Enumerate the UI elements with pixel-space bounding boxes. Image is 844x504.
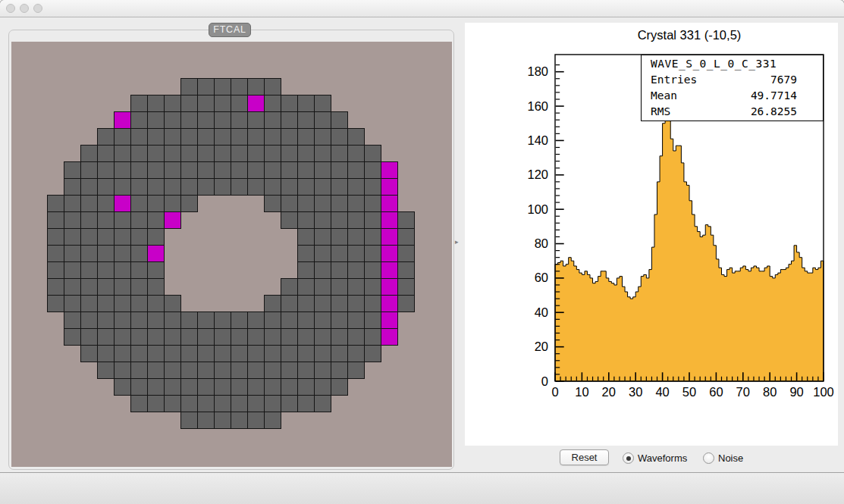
crystal-cell[interactable] bbox=[130, 161, 148, 179]
crystal-cell[interactable] bbox=[347, 362, 365, 379]
crystal-cell[interactable] bbox=[381, 178, 398, 196]
crystal-cell[interactable] bbox=[130, 228, 148, 246]
crystal-cell[interactable] bbox=[114, 195, 131, 212]
crystal-cell[interactable] bbox=[297, 295, 315, 312]
crystal-cell[interactable] bbox=[264, 295, 281, 312]
crystal-cell[interactable] bbox=[147, 228, 165, 246]
crystal-cell[interactable] bbox=[297, 145, 315, 162]
minimize-button[interactable] bbox=[20, 4, 29, 13]
crystal-cell[interactable] bbox=[347, 178, 365, 196]
crystal-cell[interactable] bbox=[297, 378, 315, 396]
crystal-cell[interactable] bbox=[347, 295, 365, 312]
crystal-cell[interactable] bbox=[197, 145, 215, 162]
crystal-cell[interactable] bbox=[197, 362, 215, 379]
crystal-cell[interactable] bbox=[264, 362, 281, 379]
crystal-cell[interactable] bbox=[197, 128, 215, 146]
crystal-cell[interactable] bbox=[130, 328, 148, 346]
crystal-cell[interactable] bbox=[64, 211, 81, 229]
crystal-cell[interactable] bbox=[331, 345, 348, 362]
crystal-cell[interactable] bbox=[331, 111, 348, 129]
crystal-cell[interactable] bbox=[114, 362, 131, 379]
crystal-cell[interactable] bbox=[214, 378, 231, 396]
crystal-cell[interactable] bbox=[197, 161, 215, 179]
crystal-cell[interactable] bbox=[214, 412, 231, 429]
crystal-cell[interactable] bbox=[364, 178, 381, 196]
crystal-cell[interactable] bbox=[397, 261, 415, 279]
crystal-cell[interactable] bbox=[130, 295, 148, 312]
crystal-cell[interactable] bbox=[264, 145, 281, 162]
crystal-cell[interactable] bbox=[314, 328, 331, 346]
crystal-cell[interactable] bbox=[64, 278, 81, 296]
crystal-cell[interactable] bbox=[80, 345, 98, 362]
crystal-cell[interactable] bbox=[231, 145, 248, 162]
crystal-cell[interactable] bbox=[80, 311, 98, 329]
crystal-cell[interactable] bbox=[264, 328, 281, 346]
crystal-cell[interactable] bbox=[247, 78, 265, 95]
crystal-cell[interactable] bbox=[231, 311, 248, 329]
crystal-cell[interactable] bbox=[364, 261, 381, 279]
crystal-cell[interactable] bbox=[381, 211, 398, 229]
crystal-cell[interactable] bbox=[164, 378, 181, 396]
crystal-cell[interactable] bbox=[247, 178, 265, 196]
crystal-cell[interactable] bbox=[381, 245, 398, 262]
crystal-cell[interactable] bbox=[397, 245, 415, 262]
zoom-button[interactable] bbox=[33, 4, 42, 13]
crystal-cell[interactable] bbox=[164, 345, 181, 362]
crystal-cell[interactable] bbox=[247, 128, 265, 146]
crystal-cell[interactable] bbox=[314, 261, 331, 279]
crystal-cell[interactable] bbox=[281, 161, 298, 179]
crystal-cell[interactable] bbox=[47, 245, 64, 262]
crystal-cell[interactable] bbox=[64, 311, 81, 329]
crystal-cell[interactable] bbox=[214, 128, 231, 146]
crystal-cell[interactable] bbox=[130, 211, 148, 229]
crystal-cell[interactable] bbox=[130, 261, 148, 279]
crystal-cell[interactable] bbox=[64, 195, 81, 212]
crystal-cell[interactable] bbox=[114, 145, 131, 162]
crystal-cell[interactable] bbox=[147, 378, 165, 396]
crystal-cell[interactable] bbox=[197, 111, 215, 129]
crystal-cell[interactable] bbox=[264, 378, 281, 396]
crystal-cell[interactable] bbox=[364, 278, 381, 296]
crystal-cell[interactable] bbox=[231, 378, 248, 396]
crystal-cell[interactable] bbox=[214, 78, 231, 95]
crystal-cell[interactable] bbox=[364, 328, 381, 346]
crystal-cell[interactable] bbox=[180, 362, 198, 379]
crystal-cell[interactable] bbox=[114, 211, 131, 229]
crystal-cell[interactable] bbox=[214, 328, 231, 346]
crystal-cell[interactable] bbox=[164, 362, 181, 379]
crystal-cell[interactable] bbox=[147, 195, 165, 212]
crystal-cell[interactable] bbox=[297, 278, 315, 296]
crystal-cell[interactable] bbox=[64, 295, 81, 312]
crystal-cell[interactable] bbox=[130, 111, 148, 129]
crystal-cell[interactable] bbox=[214, 95, 231, 112]
crystal-cell[interactable] bbox=[381, 195, 398, 212]
crystal-cell[interactable] bbox=[314, 111, 331, 129]
crystal-cell[interactable] bbox=[247, 345, 265, 362]
crystal-cell[interactable] bbox=[180, 328, 198, 346]
crystal-cell[interactable] bbox=[180, 195, 198, 212]
crystal-cell[interactable] bbox=[264, 195, 281, 212]
crystal-cell[interactable] bbox=[331, 128, 348, 146]
crystal-cell[interactable] bbox=[214, 345, 231, 362]
crystal-cell[interactable] bbox=[180, 378, 198, 396]
crystal-cell[interactable] bbox=[114, 261, 131, 279]
crystal-cell[interactable] bbox=[247, 328, 265, 346]
crystal-cell[interactable] bbox=[147, 128, 165, 146]
crystal-cell[interactable] bbox=[314, 95, 331, 112]
crystal-cell[interactable] bbox=[281, 328, 298, 346]
crystal-cell[interactable] bbox=[314, 228, 331, 246]
crystal-cell[interactable] bbox=[264, 161, 281, 179]
crystal-cell[interactable] bbox=[364, 228, 381, 246]
crystal-cell[interactable] bbox=[47, 211, 64, 229]
crystal-cell[interactable] bbox=[347, 245, 365, 262]
crystal-cell[interactable] bbox=[364, 245, 381, 262]
crystal-cell[interactable] bbox=[297, 161, 315, 179]
crystal-cell[interactable] bbox=[97, 278, 115, 296]
crystal-cell[interactable] bbox=[281, 362, 298, 379]
crystal-cell[interactable] bbox=[147, 178, 165, 196]
crystal-cell[interactable] bbox=[231, 178, 248, 196]
splitter-collapse-icon[interactable]: ▸ bbox=[455, 238, 459, 246]
crystal-cell[interactable] bbox=[347, 345, 365, 362]
crystal-cell[interactable] bbox=[314, 178, 331, 196]
crystal-cell[interactable] bbox=[114, 345, 131, 362]
